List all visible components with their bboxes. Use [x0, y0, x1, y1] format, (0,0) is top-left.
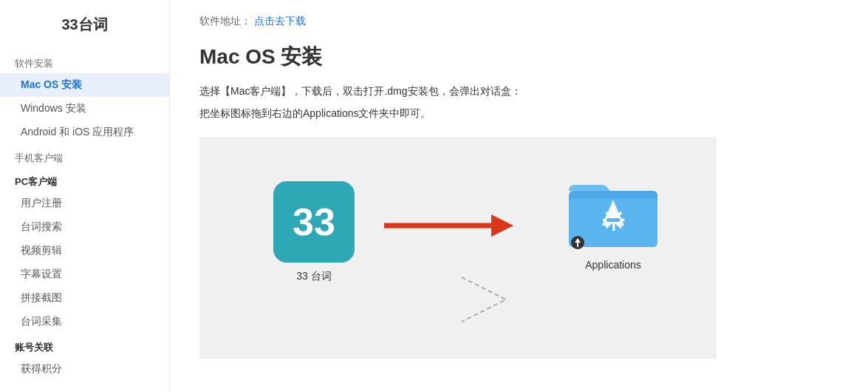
- applications-folder-icon: ✳ A: [569, 178, 657, 251]
- app-icon-wrap: 33 33 台词: [273, 181, 355, 283]
- sidebar-item-search[interactable]: 台词搜索: [0, 215, 169, 239]
- applications-label: Applications: [585, 259, 641, 271]
- sidebar: 33台词 软件安装 Mac OS 安装 Windows 安装 Android 和…: [0, 0, 170, 392]
- sidebar-item-android-ios[interactable]: Android 和 iOS 应用程序: [0, 121, 169, 144]
- description1: 选择【Mac客户端】，下载后，双击打开.dmg安装包，会弹出对话盒：: [199, 83, 838, 99]
- description2: 把坐标图标拖到右边的Applications文件夹中即可。: [199, 105, 838, 121]
- sidebar-item-collect[interactable]: 台词采集: [0, 310, 169, 334]
- app-icon: 33: [273, 181, 355, 263]
- svg-marker-1: [491, 214, 513, 237]
- sidebar-section-account: 账号关联: [0, 334, 169, 357]
- folder-wrap: ✳ A Applications: [569, 178, 657, 271]
- sidebar-section-mobile: 手机客户端: [0, 144, 169, 168]
- install-illustration: 33 33 台词: [199, 137, 717, 359]
- app-icon-label: 33 台词: [296, 270, 331, 283]
- sidebar-item-subtitle-settings[interactable]: 字幕设置: [0, 263, 169, 286]
- sidebar-item-screenshot[interactable]: 拼接截图: [0, 286, 169, 310]
- sidebar-item-user-register[interactable]: 用户注册: [0, 192, 169, 215]
- software-link-row: 软件地址： 点击去下载: [199, 15, 838, 28]
- sidebar-item-windows[interactable]: Windows 安装: [0, 97, 169, 121]
- sidebar-item-points[interactable]: 获得积分: [0, 357, 169, 381]
- svg-rect-7: [606, 218, 620, 222]
- arrow-icon: [384, 211, 517, 240]
- page-title: Mac OS 安装: [199, 43, 838, 71]
- software-download-link[interactable]: 点击去下载: [254, 15, 306, 27]
- main-content: 软件地址： 点击去下载 Mac OS 安装 选择【Mac客户端】，下载后，双击打…: [170, 0, 868, 392]
- software-link-prefix: 软件地址：: [199, 15, 251, 27]
- sidebar-logo: 33台词: [0, 15, 169, 50]
- arrow-wrap: [384, 211, 517, 240]
- dashed-arrow-icon: [458, 274, 517, 325]
- sidebar-item-video-edit[interactable]: 视频剪辑: [0, 239, 169, 263]
- dashed-arrow-wrap: [458, 274, 517, 328]
- sidebar-section-pc: PC客户端: [0, 168, 169, 192]
- sidebar-section-software-install: 软件安装: [0, 50, 169, 73]
- sidebar-item-macos[interactable]: Mac OS 安装: [0, 73, 169, 97]
